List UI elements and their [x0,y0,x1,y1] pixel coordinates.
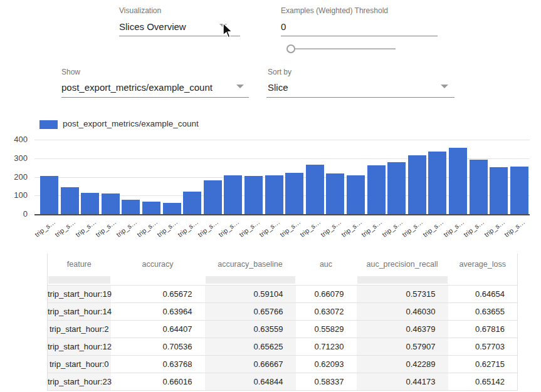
table-row: trip_start_hour:20.644070.635590.558290.… [48,321,518,338]
feature-cell: trip_start_hour:2 [48,321,111,338]
feature-cell: trip_start_hour:23 [48,373,111,391]
visualization-label: Visualization [119,6,240,15]
metric-cell: 0.64654 [448,286,518,303]
bar[interactable] [306,165,324,214]
sort-by-label: Sort by [268,68,454,76]
bar[interactable] [204,180,222,214]
bar[interactable] [183,192,201,214]
bar[interactable] [61,187,79,214]
dropdown-caret-icon[interactable] [219,24,227,28]
y-axis-tick-label: 100 [1,190,28,200]
metric-cell: 0.66079 [296,286,357,303]
bar[interactable] [387,162,406,214]
column-header-auc_precision_recall[interactable]: auc_precision_recall [357,254,448,275]
metric-cell: 0.65625 [205,338,296,356]
column-header-accuracy[interactable]: accuracy [111,254,205,275]
metric-cell: 0.63964 [111,303,205,321]
bar[interactable] [102,193,120,214]
metric-cell: 0.64407 [111,321,205,338]
threshold-input[interactable]: 0 [281,21,438,32]
metric-cell: 0.46030 [357,303,448,321]
bar[interactable] [40,176,58,214]
bar[interactable] [265,175,283,214]
filter-cell[interactable] [205,275,296,286]
feature-cell: trip_start_hour:12 [48,338,111,356]
metric-cell: 0.44173 [357,373,448,391]
bar[interactable] [470,160,488,214]
metric-cell: 0.55829 [296,321,357,338]
metric-cell: 0.63768 [111,356,205,373]
column-header-average_loss[interactable]: average_loss [448,254,518,275]
threshold-slider-handle[interactable] [286,44,295,53]
bar[interactable] [81,193,99,214]
metrics-table: featureaccuracyaccuracy_baselineaucauc_p… [47,254,518,391]
bar[interactable] [142,202,160,214]
metric-cell: 0.66016 [111,373,205,391]
bar[interactable] [244,176,263,214]
y-axis-tick-label: 0 [1,209,28,219]
table-row: trip_start_hour:190.656720.591040.660790… [48,286,518,303]
feature-cell: trip_start_hour:14 [48,303,111,321]
filter-cell[interactable] [357,275,448,286]
metric-cell: 0.58337 [296,373,357,391]
metric-cell: 0.70536 [111,338,205,356]
dropdown-caret-icon[interactable] [441,85,448,88]
filter-cell[interactable] [296,275,357,286]
show-value[interactable]: post_export_metrics/example_count [61,82,249,93]
bar[interactable] [510,167,528,214]
bar[interactable] [163,203,181,214]
threshold-underline [281,36,438,36]
threshold-field[interactable]: Examples (Weighted) Threshold 0 [281,6,438,36]
show-dropdown[interactable]: Show post_export_metrics/example_count [61,68,249,98]
metric-cell: 0.62715 [448,356,518,373]
metric-cell: 0.62093 [296,356,357,373]
bar[interactable] [449,148,467,214]
column-header-feature[interactable]: feature [48,254,111,275]
table-row: trip_start_hour:00.637680.666670.620930.… [48,356,518,373]
y-axis-tick-label: 400 [1,135,28,144]
bar[interactable] [428,152,446,214]
metric-cell: 0.65766 [205,303,296,321]
metric-cell: 0.63559 [205,321,296,338]
show-underline [61,97,249,98]
metric-cell: 0.63655 [448,303,518,321]
filter-cell[interactable] [48,275,111,286]
column-header-auc[interactable]: auc [296,254,357,275]
metric-cell: 0.66667 [205,356,296,373]
table-header-row: featureaccuracyaccuracy_baselineaucauc_p… [48,254,518,275]
y-axis-tick-label: 300 [1,153,28,163]
sort-by-dropdown[interactable]: Sort by Slice [266,68,454,98]
bar[interactable] [326,173,344,214]
metric-cell: 0.65142 [448,373,518,391]
bar[interactable] [408,155,426,214]
threshold-slider-track[interactable] [291,48,396,49]
sort-by-value[interactable]: Slice [268,82,454,93]
filter-cell[interactable] [448,275,518,286]
dropdown-caret-icon[interactable] [236,85,244,88]
table-row: trip_start_hour:120.705360.656250.712300… [48,338,518,356]
y-axis-tick-label: 200 [1,172,28,182]
visualization-underline [119,36,240,36]
slices-bar-chart: post_export_metrics/example_count 400300… [0,116,541,254]
sort-by-underline [266,97,454,98]
legend-swatch [39,120,58,129]
metric-cell: 0.57315 [357,286,448,303]
metric-cell: 0.65672 [111,286,205,303]
bar[interactable] [347,175,365,214]
bar[interactable] [224,175,242,214]
column-header-accuracy_baseline[interactable]: accuracy_baseline [205,254,296,275]
metric-cell: 0.63072 [296,303,357,321]
bar[interactable] [367,165,386,214]
bar[interactable] [285,173,303,214]
bar[interactable] [122,200,140,214]
metric-cell: 0.59104 [205,286,296,303]
table-filter-row [48,275,518,286]
metric-cell: 0.71230 [296,338,357,356]
visualization-dropdown[interactable]: Visualization Slices Overview [119,6,240,36]
feature-cell: trip_start_hour:0 [48,356,111,373]
show-label: Show [61,68,249,76]
metric-cell: 0.67816 [448,321,518,338]
filter-cell[interactable] [111,275,205,286]
bar[interactable] [490,167,508,214]
gridline [34,214,530,215]
